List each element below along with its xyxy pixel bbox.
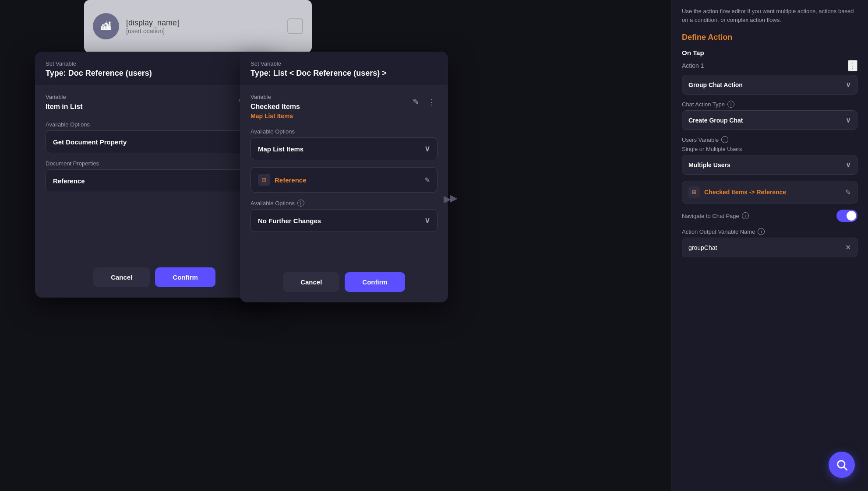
multiple-users-chevron: ∨	[846, 161, 851, 169]
group-chat-input-row: groupChat ✕	[682, 238, 857, 257]
left-get-document-property-dropdown[interactable]: Get Document Property ∨	[46, 130, 263, 153]
middle-dropdown-chevron: ∨	[424, 144, 430, 154]
left-variable-label: Variable	[46, 94, 82, 100]
middle-header-sub: Set Variable	[251, 60, 438, 67]
middle-header-title: Type: List < Doc Reference (users) >	[251, 69, 438, 78]
middle-reference-row[interactable]: ⊞ Reference ✎	[251, 167, 438, 193]
left-modal-footer: Cancel Confirm	[35, 260, 274, 298]
reference-edit-icon[interactable]: ✎	[424, 176, 430, 184]
navigate-info-icon[interactable]: i	[742, 212, 749, 219]
single-multiple-label: Single or Multiple Users	[682, 146, 857, 152]
middle-reference-label: Reference	[275, 176, 420, 184]
left-spacer	[35, 208, 274, 260]
top-card-info: [display_name] [userLocation]	[126, 18, 280, 35]
user-location: [userLocation]	[126, 28, 280, 35]
users-variable-label: Users Variable i	[682, 136, 857, 143]
modal-set-variable-left: Set Variable Type: Doc Reference (users)…	[35, 52, 274, 298]
group-chat-action-value: Group Chat Action	[688, 81, 743, 88]
left-reference-dropdown[interactable]: Reference ∨	[46, 169, 263, 192]
svg-line-1	[844, 467, 847, 470]
group-chat-action-chevron: ∨	[846, 81, 851, 89]
middle-menu-icon[interactable]: ⋮	[426, 95, 438, 109]
middle-to-right-arrow: ▶	[450, 193, 458, 204]
create-group-chat-chevron: ∨	[846, 116, 851, 124]
create-group-chat-value: Create Group Chat	[688, 117, 743, 124]
right-define-action-panel: Use the action flow editor if you want m…	[671, 0, 868, 491]
middle-available-options-label: Available Options	[251, 128, 438, 135]
left-options-section: Available Options Get Document Property …	[35, 121, 274, 208]
chat-action-type-info-icon[interactable]: i	[727, 101, 734, 108]
on-tap-label: On Tap	[682, 49, 857, 56]
top-card: 🏙 [display_name] [userLocation]	[84, 0, 312, 53]
group-chat-action-dropdown[interactable]: Group Chat Action ∨	[682, 75, 857, 95]
middle-modal-header: Set Variable Type: List < Doc Reference …	[240, 52, 448, 85]
action-output-info-icon[interactable]: i	[758, 228, 765, 235]
left-modal-header: Set Variable Type: Doc Reference (users)	[35, 52, 274, 85]
checked-ref-label: Checked Items -> Reference	[704, 189, 841, 196]
group-chat-clear-icon[interactable]: ✕	[845, 243, 851, 252]
reference-table-icon: ⊞	[258, 174, 270, 186]
left-cancel-button[interactable]: Cancel	[93, 267, 150, 287]
middle-map-list-items-value: Map List Items	[258, 145, 303, 153]
top-card-close-btn[interactable]	[287, 18, 303, 34]
middle-edit-icon[interactable]: ✎	[411, 95, 421, 109]
multiple-users-dropdown[interactable]: Multiple Users ∨	[682, 155, 857, 175]
middle-available-options2-label: Available Options i	[251, 200, 438, 207]
middle-variable-value: Checked Items	[251, 103, 300, 111]
left-get-document-property-value: Get Document Property	[53, 138, 127, 146]
checked-ref-edit-icon[interactable]: ✎	[845, 188, 851, 196]
group-chat-input-value: groupChat	[688, 244, 717, 251]
middle-options-section: Available Options Map List Items ∨ ⊞ Ref…	[240, 128, 448, 248]
middle-map-list-items-dropdown[interactable]: Map List Items ∨	[251, 137, 438, 160]
define-action-title: Define Action	[682, 33, 857, 42]
middle-no-further-changes-dropdown[interactable]: No Further Changes ∨	[251, 209, 438, 232]
checked-ref-table-icon: ⊞	[688, 186, 700, 198]
middle-confirm-button[interactable]: Confirm	[345, 272, 405, 292]
available-options-info-icon[interactable]: i	[297, 200, 304, 207]
navigate-toggle[interactable]	[836, 210, 857, 222]
action-output-variable-label: Action Output Variable Name i	[682, 228, 857, 235]
middle-variable-section: Variable Checked Items Map List Items ✎ …	[240, 85, 448, 128]
middle-dropdown2-chevron: ∨	[424, 216, 430, 225]
left-header-sub: Set Variable	[46, 60, 263, 67]
action-number: Action 1	[682, 62, 704, 69]
search-fab-button[interactable]	[829, 452, 855, 478]
avatar: 🏙	[93, 13, 119, 39]
left-reference-value: Reference	[53, 177, 85, 185]
middle-no-further-changes-value: No Further Changes	[258, 217, 321, 224]
modal-set-variable-middle: Set Variable Type: List < Doc Reference …	[240, 52, 448, 302]
left-variable-value: Item in List	[46, 103, 82, 111]
left-doc-properties-label: Document Properties	[46, 160, 263, 167]
middle-spacer	[240, 248, 448, 265]
left-header-title: Type: Doc Reference (users)	[46, 69, 263, 78]
middle-variable-label: Variable	[251, 94, 300, 100]
users-variable-info-icon[interactable]: i	[721, 136, 728, 143]
search-icon	[836, 459, 848, 471]
left-confirm-button[interactable]: Confirm	[155, 267, 215, 287]
navigate-toggle-row: Navigate to Chat Page i	[682, 210, 857, 222]
middle-modal-footer: Cancel Confirm	[240, 265, 448, 302]
middle-cancel-button[interactable]: Cancel	[283, 272, 339, 292]
display-name: [display_name]	[126, 18, 280, 28]
navigate-label: Navigate to Chat Page i	[682, 212, 749, 219]
action-row: Action 1 ⋮	[682, 60, 857, 71]
create-group-chat-dropdown[interactable]: Create Group Chat ∨	[682, 110, 857, 130]
left-available-options-label: Available Options	[46, 121, 263, 128]
action-dots-menu[interactable]: ⋮	[848, 60, 857, 71]
right-panel-top-text: Use the action flow editor if you want m…	[682, 7, 857, 24]
checked-items-reference-row[interactable]: ⊞ Checked Items -> Reference ✎	[682, 181, 857, 203]
left-variable-section: Variable Item in List ✎ ⋮	[35, 85, 274, 121]
multiple-users-value: Multiple Users	[688, 161, 730, 168]
middle-variable-sub: Map List Items	[251, 112, 300, 119]
chat-action-type-label: Chat Action Type i	[682, 101, 857, 108]
